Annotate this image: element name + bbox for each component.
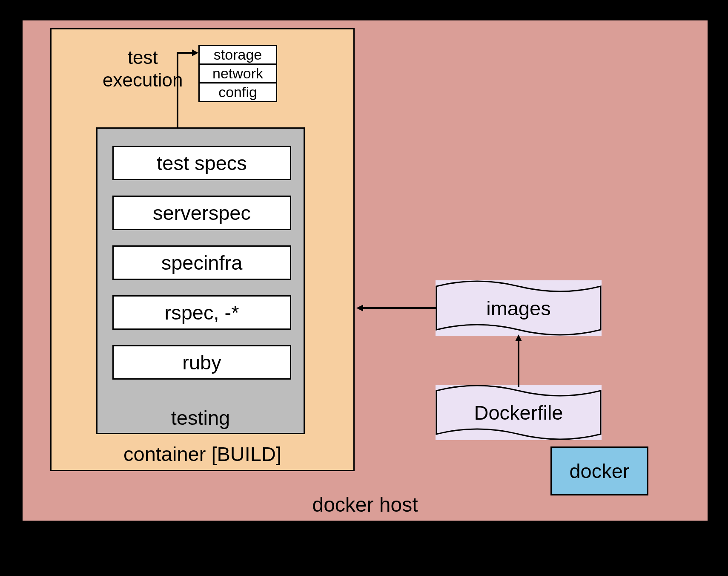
testing-stack: test specs serverspec specinfra rspec, -… <box>112 146 291 380</box>
svg-marker-2 <box>356 305 363 311</box>
stack-specinfra: specinfra <box>112 245 291 280</box>
docker-host-label: docker host <box>312 493 418 516</box>
dockerfile-label: Dockerfile <box>474 401 563 424</box>
container-build-label: container [BUILD] <box>123 442 281 466</box>
storage-box: storage <box>198 45 277 65</box>
images-box: images <box>436 280 602 336</box>
dockerfile-box: Dockerfile <box>436 385 602 440</box>
arrow-testing-to-smallstack <box>175 49 201 134</box>
arrow-images-to-container <box>355 302 441 314</box>
arrow-dockerfile-to-images <box>512 334 525 389</box>
stack-serverspec: serverspec <box>112 196 291 230</box>
docker-host-box: docker host container [BUILD] test execu… <box>21 19 709 522</box>
images-label: images <box>486 297 551 320</box>
testing-label: testing <box>171 406 230 429</box>
network-box: network <box>198 63 277 84</box>
docker-label: docker <box>569 459 629 483</box>
config-box: config <box>198 82 277 102</box>
svg-marker-0 <box>192 49 198 56</box>
stack-ruby: ruby <box>112 345 291 380</box>
docker-box: docker <box>550 446 648 495</box>
test-execution-label: test execution <box>103 46 183 92</box>
svg-marker-4 <box>515 334 522 341</box>
stack-rspec: rspec, -* <box>112 295 291 330</box>
container-build-box: container [BUILD] test execution storage… <box>50 28 355 471</box>
stack-testspecs: test specs <box>112 146 291 180</box>
testing-box: testing test specs serverspec specinfra … <box>96 127 305 434</box>
small-stack: storage network config <box>198 45 277 101</box>
